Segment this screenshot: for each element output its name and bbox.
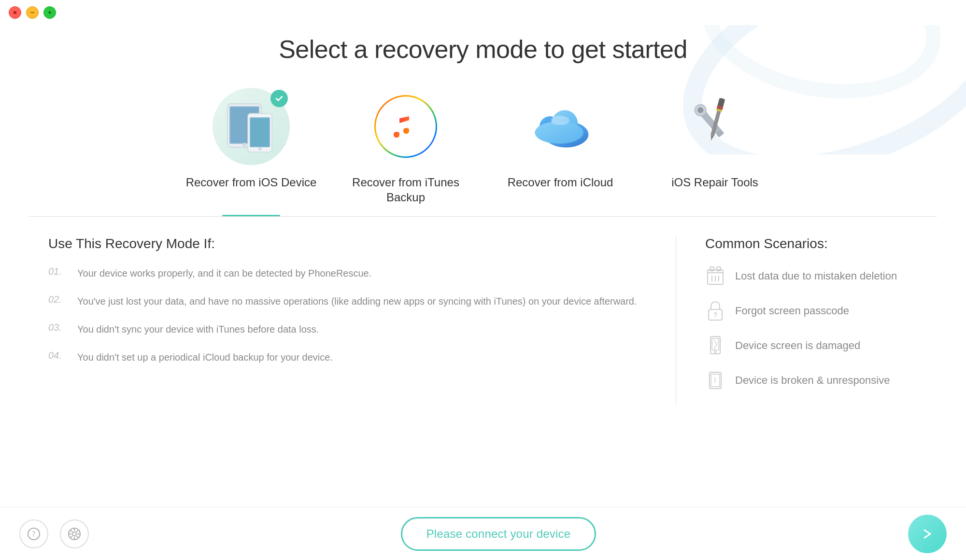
main-content: Select a recovery mode to get started [0, 25, 966, 405]
ios-device-svg [224, 99, 279, 154]
scenario-text-3: Device screen is damaged [735, 339, 860, 352]
modes-row: Recover from iOS Device [29, 88, 937, 216]
broken-icon: ! [705, 370, 725, 391]
svg-point-39 [714, 351, 716, 353]
svg-line-41 [714, 344, 717, 349]
scenario-text-1: Lost data due to mistaken deletion [735, 270, 897, 282]
lock-icon: ? [705, 301, 725, 321]
svg-line-53 [71, 531, 72, 532]
item-number-4: 04. [48, 350, 68, 361]
itunes-icon-wrapper [367, 88, 444, 165]
scenario-item-3: Device screen is damaged [705, 336, 918, 356]
mode-repair-tools[interactable]: iOS Repair Tools [638, 88, 792, 216]
svg-line-56 [71, 536, 72, 537]
itunes-music-icon [389, 110, 423, 143]
right-panel: Common Scenarios: Los [676, 236, 918, 405]
svg-line-55 [77, 531, 78, 532]
svg-marker-27 [710, 136, 713, 141]
ios-device-icon-wrapper [213, 88, 290, 165]
mode-icloud-label: Recover from iCloud [508, 175, 613, 190]
connect-device-button[interactable]: Please connect your device [401, 517, 597, 551]
icloud-icon-wrapper [522, 88, 599, 165]
svg-point-12 [258, 147, 261, 150]
screen-icon [705, 336, 725, 356]
page-title: Select a recovery mode to get started [29, 35, 937, 64]
svg-rect-38 [712, 338, 719, 350]
repair-tools-svg [681, 95, 749, 158]
mode-ios-device-label: Recover from iOS Device [186, 175, 317, 190]
svg-text:?: ? [713, 311, 718, 319]
traffic-lights [9, 6, 56, 19]
item-number-1: 01. [48, 266, 68, 277]
mode-repair-label: iOS Repair Tools [671, 175, 758, 190]
footer: ? Please connect your device [0, 507, 966, 560]
item-text-1: Your device works properly, and it can b… [77, 266, 371, 280]
item-number-2: 02. [48, 294, 68, 305]
icloud-svg [526, 100, 594, 153]
mode-icloud[interactable]: Recover from iCloud [483, 88, 638, 216]
delete-icon [705, 266, 725, 286]
svg-text:?: ? [32, 530, 35, 538]
help-button[interactable]: ? [19, 519, 48, 548]
left-panel: Use This Recovery Mode If: 01. Your devi… [48, 236, 676, 405]
svg-point-48 [72, 532, 76, 536]
item-text-3: You didn't sync your device with iTunes … [77, 322, 319, 336]
itunes-circle [374, 95, 437, 158]
titlebar [0, 0, 966, 25]
item-text-4: You didn't set up a periodical iCloud ba… [77, 350, 333, 364]
footer-left: ? [19, 519, 89, 548]
content-section: Use This Recovery Mode If: 01. Your devi… [29, 236, 937, 405]
scenario-item-1: Lost data due to mistaken deletion [705, 266, 918, 286]
settings-button[interactable] [60, 519, 89, 548]
svg-line-54 [77, 536, 78, 537]
svg-point-18 [551, 116, 569, 125]
divider-line [29, 216, 937, 217]
repair-icon-wrapper [676, 88, 753, 165]
scenario-text-2: Forgot screen passcode [735, 305, 849, 317]
icloud-wrapper [526, 93, 594, 160]
mode-itunes-backup[interactable]: Recover from iTunesBackup [328, 88, 483, 216]
use-if-item-3: 03. You didn't sync your device with iTu… [48, 322, 647, 336]
scenario-text-4: Device is broken & unresponsive [735, 374, 890, 387]
scenario-item-4: ! Device is broken & unresponsive [705, 370, 918, 391]
use-if-title: Use This Recovery Mode If: [48, 236, 647, 252]
use-if-item-2: 02. You've just lost your data, and have… [48, 294, 647, 308]
minimize-button[interactable] [26, 6, 39, 19]
scenario-item-2: ? Forgot screen passcode [705, 301, 918, 321]
close-button[interactable] [9, 6, 21, 19]
next-button[interactable] [908, 515, 947, 553]
mode-itunes-label: Recover from iTunesBackup [352, 175, 459, 205]
item-number-3: 03. [48, 322, 68, 333]
repair-wrapper [681, 93, 749, 160]
scenarios-list: Lost data due to mistaken deletion ? For… [705, 266, 918, 391]
mode-ios-device[interactable]: Recover from iOS Device [174, 88, 328, 216]
scenarios-title: Common Scenarios: [705, 236, 918, 252]
svg-text:!: ! [714, 376, 716, 384]
maximize-button[interactable] [43, 6, 56, 19]
use-if-list: 01. Your device works properly, and it c… [48, 266, 647, 364]
item-text-2: You've just lost your data, and have no … [77, 294, 637, 308]
svg-rect-10 [251, 118, 269, 146]
use-if-item-4: 04. You didn't set up a periodical iClou… [48, 350, 647, 364]
svg-point-11 [242, 143, 246, 147]
check-badge [270, 90, 288, 107]
use-if-item-1: 01. Your device works properly, and it c… [48, 266, 647, 280]
svg-line-40 [714, 340, 717, 344]
